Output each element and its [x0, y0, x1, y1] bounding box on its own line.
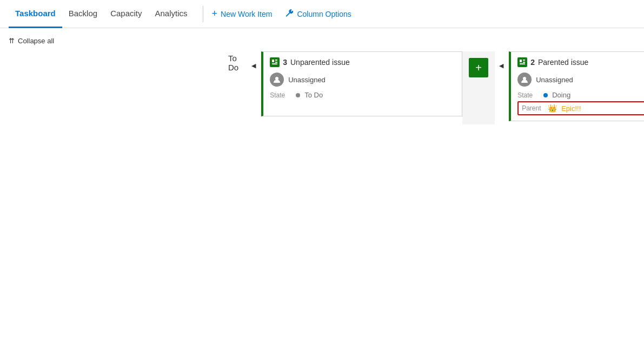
- nav-tabs: Taskboard Backlog Capacity Analytics: [9, 0, 194, 28]
- card-2-number: 2: [530, 58, 535, 67]
- collapse-arrows-icon: ⇈: [9, 37, 15, 45]
- card-1-assignee: Unassigned: [288, 76, 326, 84]
- svg-rect-7: [523, 62, 525, 63]
- issue-icon-1: [270, 57, 280, 67]
- card-2-assignee: Unassigned: [536, 76, 573, 84]
- wrench-icon: [285, 9, 294, 19]
- card-1-state: To Do: [304, 91, 323, 99]
- svg-rect-8: [520, 63, 525, 64]
- card-2-state-label: State: [517, 91, 539, 99]
- tab-capacity[interactable]: Capacity: [104, 0, 148, 28]
- card-1-avatar-row: Unassigned: [270, 73, 455, 87]
- new-work-item-button[interactable]: + New Work Item: [212, 8, 273, 19]
- card-2-title: Parented issue: [538, 58, 588, 67]
- work-item-card-1: 3 Unparented issue Unassigned: [261, 51, 462, 116]
- card-1-state-row: State To Do: [270, 91, 455, 99]
- row-1-right: +: [462, 51, 495, 124]
- card-1-title: Unparented issue: [290, 58, 350, 67]
- row-1-add-button[interactable]: +: [469, 58, 488, 77]
- crown-icon: 👑: [548, 104, 557, 113]
- svg-rect-6: [523, 60, 525, 61]
- tab-taskboard[interactable]: Taskboard: [9, 0, 62, 28]
- tab-analytics[interactable]: Analytics: [148, 0, 194, 28]
- avatar-1: [270, 73, 284, 87]
- row-1-collapse-arrow[interactable]: ◀: [251, 61, 260, 69]
- nav-bar: Taskboard Backlog Capacity Analytics + N…: [0, 0, 644, 28]
- svg-rect-5: [520, 60, 522, 62]
- card-1-number: 3: [283, 58, 287, 67]
- row-2-collapse-arrow[interactable]: ◀: [499, 61, 508, 69]
- avatar-2: [517, 73, 532, 87]
- parent-field-row: Parent 👑 Epic!!!: [517, 101, 644, 115]
- column-header-todo: To Do: [220, 51, 247, 78]
- tab-backlog[interactable]: Backlog: [62, 0, 104, 28]
- card-2-avatar-row: Unassigned: [517, 73, 644, 87]
- row-2: ◀ 2 Parented issue: [499, 51, 644, 124]
- card-2-title-row: 2 Parented issue: [517, 57, 644, 67]
- svg-rect-1: [275, 60, 277, 61]
- parent-field-value: Epic!!!: [561, 104, 581, 113]
- svg-rect-3: [272, 63, 277, 64]
- plus-icon: +: [212, 8, 218, 19]
- nav-actions: + New Work Item Column Options: [212, 8, 351, 19]
- svg-rect-0: [272, 60, 274, 62]
- card-1-state-label: State: [270, 91, 291, 99]
- row-2-left: ◀ 2 Parented issue: [499, 51, 644, 124]
- card-1-state-dot: [296, 93, 300, 97]
- issue-icon-2: [517, 57, 527, 67]
- row-1-left: ◀ 3 Unparented issue: [251, 51, 462, 124]
- svg-rect-2: [275, 62, 277, 63]
- row-1: ◀ 3 Unparented issue: [251, 51, 499, 124]
- work-item-card-2: 2 Parented issue Unassigned St: [509, 51, 644, 121]
- card-2-state: Doing: [552, 91, 570, 99]
- board: To Do ◀: [9, 51, 644, 129]
- main-content: ⇈ Collapse all To Do ◀: [0, 28, 644, 129]
- parent-field-label: Parent: [522, 104, 543, 112]
- card-1-title-row: 3 Unparented issue: [270, 57, 455, 67]
- card-2-state-row: State Doing: [517, 91, 644, 99]
- add-icon-1: +: [475, 62, 482, 73]
- nav-divider: [203, 6, 203, 22]
- card-2-state-dot: [543, 93, 548, 97]
- collapse-all-button[interactable]: ⇈ Collapse all: [9, 37, 644, 45]
- column-options-button[interactable]: Column Options: [285, 9, 351, 19]
